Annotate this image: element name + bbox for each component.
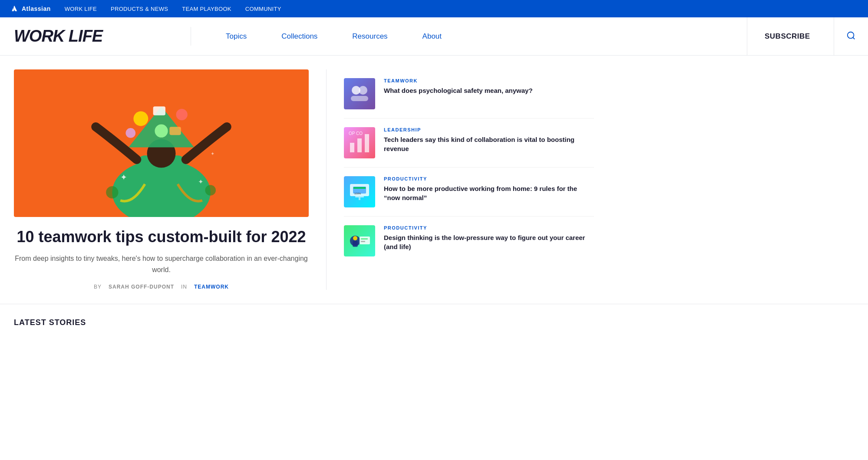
atlassian-logo-icon: [10, 5, 18, 13]
featured-author-prefix: BY: [94, 284, 102, 290]
svg-rect-9: [153, 106, 165, 115]
svg-point-8: [176, 109, 187, 120]
secondary-nav-links: Topics Collections Resources About: [191, 32, 747, 41]
site-logo[interactable]: WORK LIFE: [0, 27, 191, 46]
svg-rect-29: [355, 196, 364, 197]
svg-point-32: [353, 236, 357, 240]
sidebar-item-1[interactable]: OP CO LEADERSHIP Tech leaders say this k…: [344, 118, 594, 168]
sidebar-item-0[interactable]: TEAMWORK What does psychological safety …: [344, 69, 594, 118]
svg-rect-21: [350, 143, 354, 152]
sidebar-articles: TEAMWORK What does psychological safety …: [327, 69, 594, 290]
latest-stories-heading: LATEST STORIES: [14, 318, 854, 327]
svg-point-17: [205, 185, 216, 196]
svg-point-10: [155, 125, 168, 138]
top-nav: Atlassian WORK LIFE PRODUCTS & NEWS TEAM…: [0, 0, 868, 17]
sidebar-item-2[interactable]: 100% PRODUCTIVITY How to be more product…: [344, 168, 594, 217]
sidebar-thumb-img-3: [347, 228, 373, 254]
top-nav-item-products[interactable]: PRODUCTS & NEWS: [111, 5, 168, 13]
svg-rect-35: [361, 238, 368, 240]
sidebar-text-1: LEADERSHIP Tech leaders say this kind of…: [384, 127, 594, 153]
sidebar-thumb-2: 100%: [344, 176, 375, 207]
nav-item-topics[interactable]: Topics: [208, 32, 264, 41]
svg-text:100%: 100%: [354, 192, 361, 195]
site-logo-text: WORK LIFE: [14, 27, 102, 45]
sidebar-text-2: PRODUCTIVITY How to be more productive w…: [384, 176, 594, 202]
featured-subtitle: From deep insights to tiny tweaks, here'…: [14, 253, 309, 275]
top-nav-item-worklife[interactable]: WORK LIFE: [65, 5, 97, 13]
nav-item-resources[interactable]: Resources: [335, 32, 405, 41]
sidebar-article-title-1: Tech leaders say this kind of collaborat…: [384, 135, 594, 153]
top-nav-item-playbook[interactable]: TEAM PLAYBOOK: [182, 5, 231, 13]
sidebar-article-title-0: What does psychological safety mean, any…: [384, 86, 594, 95]
sidebar-article-title-2: How to be more productive working from h…: [384, 184, 594, 202]
sidebar-thumb-0: [344, 78, 375, 109]
svg-rect-33: [353, 241, 358, 247]
main-content: ✦ ✦ ✦ 10 teamwork tips custom-built for …: [0, 56, 608, 304]
atlassian-logo[interactable]: Atlassian: [10, 5, 51, 13]
svg-point-12: [125, 128, 135, 138]
secondary-nav: WORK LIFE Topics Collections Resources A…: [0, 17, 868, 56]
featured-image: ✦ ✦ ✦: [14, 69, 309, 217]
sidebar-thumb-3: [344, 225, 375, 256]
svg-rect-34: [360, 237, 370, 244]
featured-category[interactable]: TEAMWORK: [194, 284, 229, 290]
featured-illustration: ✦ ✦ ✦: [14, 69, 309, 217]
search-icon: [846, 31, 856, 40]
nav-item-about[interactable]: About: [405, 32, 459, 41]
search-button[interactable]: [846, 31, 856, 42]
sidebar-item-3[interactable]: PRODUCTIVITY Design thinking is the low-…: [344, 217, 594, 265]
nav-item-collections[interactable]: Collections: [264, 32, 335, 41]
featured-author: SARAH GOFF-DUPONT: [109, 284, 174, 290]
svg-rect-27: [353, 187, 366, 189]
featured-title: 10 teamwork tips custom-built for 2022: [14, 227, 309, 246]
search-area: [834, 17, 868, 56]
top-nav-links: WORK LIFE PRODUCTS & NEWS TEAM PLAYBOOK …: [65, 5, 281, 13]
svg-line-1: [853, 37, 855, 39]
featured-meta: BY SARAH GOFF-DUPONT IN TEAMWORK: [14, 284, 309, 290]
sidebar-text-0: TEAMWORK What does psychological safety …: [384, 78, 594, 95]
top-nav-item-community[interactable]: COMMUNITY: [245, 5, 281, 13]
svg-point-0: [848, 32, 854, 39]
featured-article[interactable]: ✦ ✦ ✦ 10 teamwork tips custom-built for …: [14, 69, 327, 290]
svg-point-19: [359, 86, 367, 95]
svg-text:✦: ✦: [211, 151, 215, 156]
svg-text:✦: ✦: [120, 173, 127, 182]
svg-rect-20: [351, 96, 368, 101]
sidebar-thumb-img-2: 100%: [347, 179, 373, 205]
sidebar-thumb-img-0: [347, 81, 373, 107]
subscribe-button[interactable]: SUBSCRIBE: [765, 32, 810, 41]
sidebar-text-3: PRODUCTIVITY Design thinking is the low-…: [384, 225, 594, 251]
sidebar-article-title-3: Design thinking is the low-pressure way …: [384, 233, 594, 251]
sidebar-thumb-img-1: OP CO: [347, 130, 373, 156]
svg-rect-30: [359, 197, 360, 200]
sidebar-category-1: LEADERSHIP: [384, 127, 594, 132]
sidebar-thumb-1: OP CO: [344, 127, 375, 158]
atlassian-label: Atlassian: [22, 5, 51, 12]
svg-rect-36: [361, 241, 365, 242]
svg-point-16: [106, 186, 118, 198]
svg-rect-11: [169, 127, 181, 135]
svg-rect-23: [365, 134, 369, 152]
sidebar-category-0: TEAMWORK: [384, 78, 594, 83]
featured-in-label: IN: [181, 284, 187, 290]
svg-text:✦: ✦: [198, 178, 204, 185]
subscribe-area: SUBSCRIBE: [747, 17, 834, 56]
sidebar-category-2: PRODUCTIVITY: [384, 176, 594, 181]
svg-text:OP CO: OP CO: [349, 131, 363, 136]
svg-point-7: [133, 111, 148, 126]
svg-rect-22: [357, 138, 362, 152]
latest-stories-section: LATEST STORIES: [0, 304, 868, 341]
sidebar-category-3: PRODUCTIVITY: [384, 225, 594, 230]
